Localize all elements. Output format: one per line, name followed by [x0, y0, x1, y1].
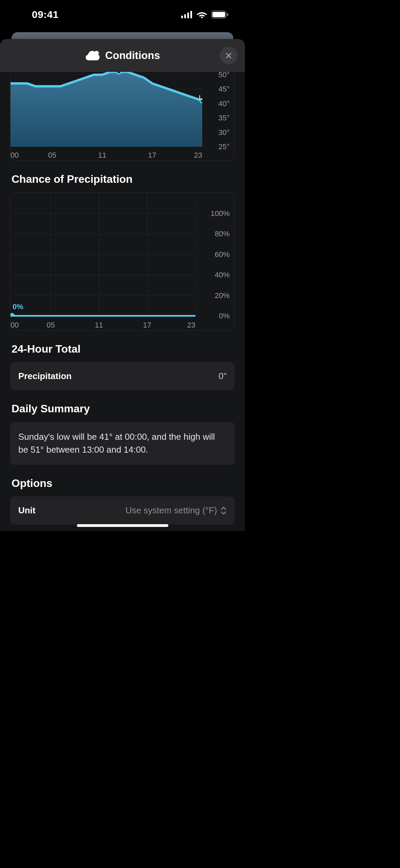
- unit-value: Use system setting (°F): [126, 505, 217, 516]
- precip-y-tick: 100%: [211, 209, 230, 218]
- precip-current-label: 0%: [13, 302, 23, 311]
- precip-x-tick: 17: [143, 321, 151, 330]
- temp-y-tick: 50°: [218, 72, 230, 79]
- precip-x-tick: 11: [95, 321, 103, 330]
- status-icons: [181, 11, 229, 19]
- precip-total-row: Precipitation 0": [10, 362, 235, 390]
- temp-y-tick: 45°: [218, 85, 230, 94]
- svg-point-17: [117, 72, 121, 74]
- precip-y-tick: 0%: [219, 312, 230, 320]
- close-button[interactable]: [220, 47, 237, 64]
- precip-y-tick: 20%: [215, 291, 230, 300]
- panel-title: Conditions: [105, 50, 160, 62]
- options-title: Options: [12, 477, 233, 490]
- precip-x-tick: 23: [187, 321, 195, 330]
- precip-y-tick: 80%: [215, 230, 230, 238]
- unit-label: Unit: [18, 505, 36, 516]
- svg-point-8: [94, 51, 99, 55]
- temp-y-tick: 25°: [218, 142, 230, 151]
- temp-y-tick: 35°: [218, 114, 230, 122]
- panel-header: Conditions: [0, 39, 245, 72]
- status-bar: 09:41: [0, 0, 245, 32]
- wifi-icon: [196, 11, 207, 18]
- summary-title: Daily Summary: [12, 402, 233, 415]
- temp-x-tick: 11: [98, 151, 106, 160]
- temp-y-tick: 40°: [218, 99, 230, 108]
- temp-y-tick: 30°: [218, 128, 230, 137]
- temp-x-tick: 00: [10, 151, 19, 160]
- precip-x-tick: 00: [10, 321, 19, 330]
- chevron-up-down-icon: [220, 506, 227, 515]
- precip-x-tick: 05: [46, 321, 55, 330]
- svg-point-4: [201, 17, 203, 18]
- svg-rect-0: [181, 16, 183, 18]
- close-icon: [225, 52, 232, 59]
- svg-rect-3: [190, 11, 192, 18]
- svg-point-28: [10, 313, 15, 317]
- precip-y-tick: 40%: [215, 271, 230, 279]
- temp-x-tick: 05: [48, 151, 56, 160]
- temperature-chart[interactable]: L 25°30°35°40°45°50° 0005111723: [10, 72, 235, 161]
- status-time: 09:41: [32, 9, 59, 20]
- cellular-icon: [181, 11, 193, 18]
- cloud-icon: [85, 50, 100, 61]
- daily-summary-text: Sunday's low will be 41° at 00:00, and t…: [10, 422, 235, 465]
- unit-row[interactable]: Unit Use system setting (°F): [10, 496, 235, 525]
- precip-chart[interactable]: 0% 0%20%40%60%80%100% 0005111723: [10, 192, 235, 331]
- temp-x-tick: 23: [194, 151, 202, 160]
- battery-icon: [211, 11, 229, 19]
- precip-y-tick: 60%: [215, 250, 230, 259]
- precip-total-label: Precipitation: [18, 371, 71, 381]
- precip-title: Chance of Precipitation: [12, 173, 233, 185]
- svg-rect-1: [184, 14, 186, 18]
- svg-rect-6: [212, 12, 225, 17]
- svg-rect-2: [187, 13, 189, 18]
- temp-x-tick: 17: [148, 151, 156, 160]
- conditions-panel: Conditions: [0, 39, 245, 531]
- total-title: 24-Hour Total: [12, 343, 233, 355]
- precip-total-value: 0": [218, 371, 227, 381]
- svg-rect-7: [227, 13, 228, 16]
- home-indicator[interactable]: [77, 524, 168, 527]
